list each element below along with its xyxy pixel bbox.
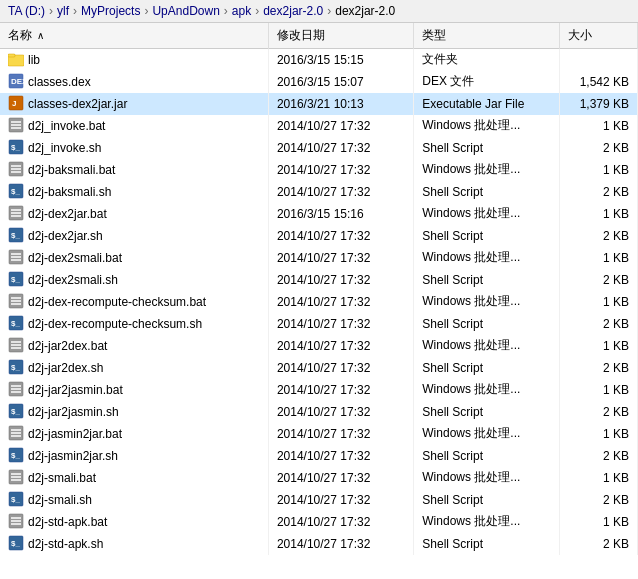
file-date: 2014/10/27 17:32	[268, 137, 413, 159]
file-name-cell: d2j_invoke.bat	[0, 115, 268, 137]
file-name-cell: $_ d2j-smali.sh	[0, 489, 268, 511]
table-row[interactable]: $_ d2j-dex2jar.sh2014/10/27 17:32Shell S…	[0, 225, 638, 247]
file-name: d2j-dex-recompute-checksum.sh	[28, 317, 202, 331]
file-date: 2014/10/27 17:32	[268, 489, 413, 511]
file-name-cell: DEX classes.dex	[0, 71, 268, 93]
table-row[interactable]: d2j-jar2jasmin.bat2014/10/27 17:32Window…	[0, 379, 638, 401]
table-row[interactable]: d2j-jar2dex.bat2014/10/27 17:32Windows 批…	[0, 335, 638, 357]
table-row[interactable]: $_ d2j_invoke.sh2014/10/27 17:32Shell Sc…	[0, 137, 638, 159]
file-name-cell: d2j-dex2jar.bat	[0, 203, 268, 225]
table-row[interactable]: J classes-dex2jar.jar2016/3/21 10:13Exec…	[0, 93, 638, 115]
file-type: Shell Script	[414, 269, 559, 291]
sh-icon: $_	[8, 535, 24, 551]
file-name-cell: $_ d2j-dex2jar.sh	[0, 225, 268, 247]
table-row[interactable]: $_ d2j-dex2smali.sh2014/10/27 17:32Shell…	[0, 269, 638, 291]
svg-text:$_: $_	[11, 539, 20, 548]
file-type: Windows 批处理...	[414, 335, 559, 357]
file-name-cell: d2j-baksmali.bat	[0, 159, 268, 181]
file-date: 2014/10/27 17:32	[268, 269, 413, 291]
breadcrumb-item-upanddown[interactable]: UpAndDown	[152, 4, 219, 18]
table-row[interactable]: $_ d2j-jar2dex.sh2014/10/27 17:32Shell S…	[0, 357, 638, 379]
file-name-cell: $_ d2j-jar2dex.sh	[0, 357, 268, 379]
file-date: 2014/10/27 17:32	[268, 115, 413, 137]
breadcrumb-item-apk[interactable]: apk	[232, 4, 251, 18]
table-row[interactable]: d2j-std-apk.bat2014/10/27 17:32Windows 批…	[0, 511, 638, 533]
file-name-cell: $_ d2j_invoke.sh	[0, 137, 268, 159]
file-date: 2014/10/27 17:32	[268, 379, 413, 401]
header-size[interactable]: 大小	[559, 23, 637, 49]
file-date: 2014/10/27 17:32	[268, 423, 413, 445]
file-type: Windows 批处理...	[414, 203, 559, 225]
bat-icon	[8, 117, 24, 133]
file-name: d2j-dex2jar.sh	[28, 229, 103, 243]
bat-icon	[8, 425, 24, 441]
sh-icon: $_	[8, 447, 24, 463]
breadcrumb-item-drive[interactable]: TA (D:)	[8, 4, 45, 18]
dex-icon: DEX	[8, 73, 24, 89]
table-row[interactable]: d2j_invoke.bat2014/10/27 17:32Windows 批处…	[0, 115, 638, 137]
file-size: 2 KB	[559, 269, 637, 291]
table-row[interactable]: $_ d2j-dex-recompute-checksum.sh2014/10/…	[0, 313, 638, 335]
bat-icon	[8, 381, 24, 397]
table-row[interactable]: $_ d2j-jasmin2jar.sh2014/10/27 17:32Shel…	[0, 445, 638, 467]
header-date[interactable]: 修改日期	[268, 23, 413, 49]
file-date: 2014/10/27 17:32	[268, 401, 413, 423]
file-type: Windows 批处理...	[414, 467, 559, 489]
table-row[interactable]: DEX classes.dex2016/3/15 15:07DEX 文件1,54…	[0, 71, 638, 93]
file-name: d2j-jasmin2jar.sh	[28, 449, 118, 463]
table-row[interactable]: d2j-jasmin2jar.bat2014/10/27 17:32Window…	[0, 423, 638, 445]
file-name-cell: d2j-dex-recompute-checksum.bat	[0, 291, 268, 313]
sh-icon: $_	[8, 139, 24, 155]
table-row[interactable]: lib2016/3/15 15:15文件夹	[0, 49, 638, 71]
file-date: 2014/10/27 17:32	[268, 247, 413, 269]
file-name-cell: d2j-smali.bat	[0, 467, 268, 489]
file-type: 文件夹	[414, 49, 559, 71]
table-row[interactable]: d2j-baksmali.bat2014/10/27 17:32Windows …	[0, 159, 638, 181]
breadcrumb-item-dex2jar-parent[interactable]: dex2jar-2.0	[263, 4, 323, 18]
sh-icon: $_	[8, 315, 24, 331]
file-name-cell: lib	[0, 49, 268, 71]
file-date: 2016/3/15 15:15	[268, 49, 413, 71]
breadcrumb-sep-4: ›	[224, 4, 228, 18]
file-name: d2j-baksmali.sh	[28, 185, 111, 199]
file-size: 1 KB	[559, 159, 637, 181]
header-name[interactable]: 名称 ∧	[0, 23, 268, 49]
table-row[interactable]: d2j-smali.bat2014/10/27 17:32Windows 批处理…	[0, 467, 638, 489]
file-name: d2j-dex2smali.sh	[28, 273, 118, 287]
file-type: Shell Script	[414, 445, 559, 467]
file-date: 2014/10/27 17:32	[268, 357, 413, 379]
table-row[interactable]: $_ d2j-smali.sh2014/10/27 17:32Shell Scr…	[0, 489, 638, 511]
breadcrumb-item-myprojects[interactable]: MyProjects	[81, 4, 140, 18]
folder-icon	[8, 51, 24, 67]
file-name: d2j_invoke.bat	[28, 119, 105, 133]
header-type[interactable]: 类型	[414, 23, 559, 49]
breadcrumb-sep-2: ›	[73, 4, 77, 18]
bat-icon	[8, 205, 24, 221]
file-date: 2014/10/27 17:32	[268, 335, 413, 357]
table-row[interactable]: $_ d2j-baksmali.sh2014/10/27 17:32Shell …	[0, 181, 638, 203]
svg-text:$_: $_	[11, 495, 20, 504]
table-row[interactable]: $_ d2j-std-apk.sh2014/10/27 17:32Shell S…	[0, 533, 638, 555]
bat-icon	[8, 513, 24, 529]
file-type: Shell Script	[414, 401, 559, 423]
table-row[interactable]: d2j-dex2jar.bat2016/3/15 15:16Windows 批处…	[0, 203, 638, 225]
file-name-cell: $_ d2j-dex-recompute-checksum.sh	[0, 313, 268, 335]
file-date: 2014/10/27 17:32	[268, 445, 413, 467]
table-row[interactable]: $_ d2j-jar2jasmin.sh2014/10/27 17:32Shel…	[0, 401, 638, 423]
file-type: Shell Script	[414, 357, 559, 379]
file-type: Executable Jar File	[414, 93, 559, 115]
file-name-cell: d2j-jar2dex.bat	[0, 335, 268, 357]
file-size: 1 KB	[559, 115, 637, 137]
file-date: 2014/10/27 17:32	[268, 511, 413, 533]
file-type: Shell Script	[414, 533, 559, 555]
breadcrumb-sep-5: ›	[255, 4, 259, 18]
file-name-cell: d2j-dex2smali.bat	[0, 247, 268, 269]
file-size: 1 KB	[559, 511, 637, 533]
breadcrumb-sep-1: ›	[49, 4, 53, 18]
file-name: d2j-std-apk.sh	[28, 537, 103, 551]
file-name-cell: d2j-jar2jasmin.bat	[0, 379, 268, 401]
table-row[interactable]: d2j-dex-recompute-checksum.bat2014/10/27…	[0, 291, 638, 313]
table-row[interactable]: d2j-dex2smali.bat2014/10/27 17:32Windows…	[0, 247, 638, 269]
file-size: 1 KB	[559, 335, 637, 357]
breadcrumb-item-ylf[interactable]: ylf	[57, 4, 69, 18]
